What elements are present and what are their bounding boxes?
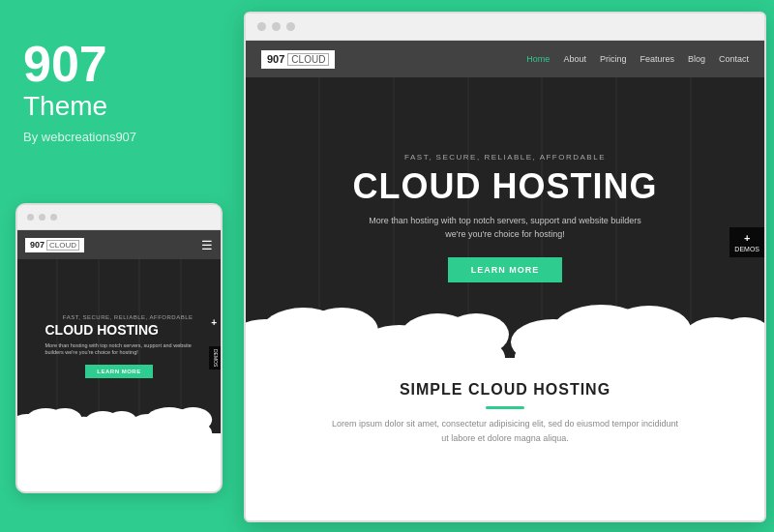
desktop-dot-1: [257, 22, 266, 31]
svg-point-10: [174, 407, 212, 432]
desktop-nav: 907 CLOUD Home About Pricing Features Bl…: [246, 41, 764, 77]
mobile-logo-cloud: CLOUD: [46, 240, 79, 251]
desktop-top-bar: [246, 14, 764, 41]
desktop-logo: 907 CLOUD: [261, 50, 335, 69]
mobile-hero: FAST, SECURE, RELIABLE, AFFORDABLE CLOUD…: [17, 259, 221, 433]
theme-number: 907: [23, 39, 217, 89]
theme-author: By webcreations907: [23, 130, 217, 144]
mobile-dot-1: [27, 214, 34, 221]
mobile-learn-more-button[interactable]: LEARN MORE: [85, 365, 152, 378]
desktop-nav-contact[interactable]: Contact: [719, 54, 749, 64]
desktop-dot-2: [272, 22, 281, 31]
desktop-nav-blog[interactable]: Blog: [688, 54, 705, 64]
mobile-hero-title: CLOUD HOSTING: [45, 323, 194, 338]
desktop-logo-cloud: CLOUD: [287, 53, 329, 66]
theme-label: Theme: [23, 91, 217, 122]
mobile-clouds: [17, 385, 221, 433]
desktop-mockup: 907 CLOUD Home About Pricing Features Bl…: [244, 12, 766, 522]
desktop-learn-more-button[interactable]: LEARN MORE: [448, 257, 563, 282]
mobile-nav: 907 CLOUD ☰: [17, 230, 221, 259]
desktop-hero-content: FAST, SECURE, RELIABLE, AFFORDABLE CLOUD…: [246, 153, 764, 281]
mobile-logo: 907 CLOUD: [25, 238, 84, 252]
mobile-dot-2: [39, 214, 45, 221]
mobile-dot-3: [50, 214, 57, 221]
desktop-section-title: SIMPLE CLOUD HOSTING: [265, 381, 745, 399]
mobile-mockup: 907 CLOUD ☰ FAST, SECURE, RELIABLE, AFFO…: [15, 203, 223, 493]
desktop-dot-3: [286, 22, 295, 31]
desktop-hero-subtitle: FAST, SECURE, RELIABLE, AFFORDABLE: [404, 153, 606, 162]
svg-point-18: [443, 313, 508, 356]
mobile-hero-content: FAST, SECURE, RELIABLE, AFFORDABLE CLOUD…: [17, 314, 221, 378]
desktop-section: SIMPLE CLOUD HOSTING Lorem ipsum dolor s…: [246, 358, 764, 470]
desktop-hero-title: CLOUD HOSTING: [353, 167, 658, 206]
desktop-nav-links: Home About Pricing Features Blog Contact: [526, 54, 749, 64]
mobile-logo-number: 907: [30, 240, 45, 250]
mobile-hero-desc: More than hosting with top notch servers…: [45, 342, 194, 357]
mobile-hero-subtitle: FAST, SECURE, RELIABLE, AFFORDABLE: [45, 314, 194, 320]
desktop-section-text: Lorem ipsum dolor sit amet, consectetur …: [331, 417, 679, 447]
mobile-top-bar: [17, 205, 221, 230]
desktop-nav-pricing[interactable]: Pricing: [600, 54, 627, 64]
desktop-nav-features[interactable]: Features: [640, 54, 674, 64]
desktop-nav-home[interactable]: Home: [526, 54, 550, 64]
desktop-logo-number: 907: [267, 53, 284, 65]
desktop-hero: FAST, SECURE, RELIABLE, AFFORDABLE CLOUD…: [246, 77, 764, 358]
desktop-section-divider: [486, 406, 524, 409]
desktop-hero-desc: More than hosting with top notch servers…: [360, 214, 650, 242]
mobile-hamburger-icon[interactable]: ☰: [201, 238, 213, 252]
desktop-nav-about[interactable]: About: [563, 54, 586, 64]
